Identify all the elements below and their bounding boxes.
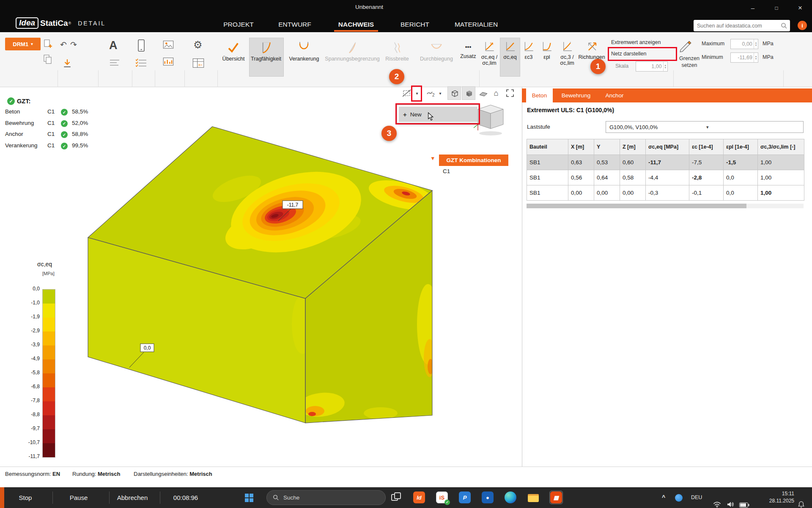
solid-view-button[interactable] xyxy=(462,86,475,100)
menu-nachweis[interactable]: NACHWEIS xyxy=(334,19,378,30)
pause-button[interactable]: Pause xyxy=(61,487,96,508)
table-row[interactable]: SB10,630,530,60-11,7-7,5-1,51,00 xyxy=(527,155,804,170)
workplane-dropdown[interactable]: ▾ xyxy=(436,87,444,99)
column-header[interactable]: Bauteil xyxy=(527,139,568,155)
notification-bell-icon[interactable] xyxy=(798,494,805,508)
netz-darstellen-toggle[interactable]: Netz darstellen xyxy=(611,51,646,57)
combinations-group-label[interactable]: GZT Kombinationen xyxy=(439,155,508,166)
home-view-button[interactable]: ⌂ xyxy=(491,87,502,99)
pencil-icon[interactable] xyxy=(678,40,692,54)
menu-item-new[interactable]: + New xyxy=(399,107,477,122)
display-device-icon[interactable] xyxy=(136,39,146,52)
battery-icon[interactable] xyxy=(739,495,749,508)
menu-entwurf[interactable]: ENTWURF xyxy=(276,19,314,30)
tab-anchor[interactable]: Anchor xyxy=(600,88,629,102)
spinner-icon[interactable]: ▴▾ xyxy=(663,62,667,71)
column-header[interactable]: εpl [1e-4] xyxy=(724,139,758,155)
gear-icon[interactable]: ⚙ xyxy=(193,39,203,51)
sc3-sclim-button[interactable]: σc,3 /σc,lim xyxy=(560,41,574,66)
windows-start-icon[interactable] xyxy=(244,493,254,502)
tray-expand-icon[interactable]: ^ xyxy=(659,487,668,508)
maximize-button[interactable]: □ xyxy=(765,0,788,16)
verankerung-button[interactable]: Verankerung xyxy=(289,41,319,62)
minimum-value-field[interactable] xyxy=(731,55,754,61)
menu-materialien[interactable]: MATERIALIEN xyxy=(451,19,502,30)
extremwert-anzeigen-toggle[interactable]: Extremwert anzeigen xyxy=(611,39,661,45)
dimension-lines-icon[interactable] xyxy=(109,58,120,67)
language-indicator[interactable]: DEU xyxy=(691,487,702,508)
calculation-icon[interactable]: x= xyxy=(192,58,205,69)
idea-statica-app-icon[interactable]: Id xyxy=(412,491,426,504)
spinner-icon[interactable]: ▴▾ xyxy=(754,53,758,62)
blue-p-app-icon[interactable]: P xyxy=(458,491,472,504)
labels-icon[interactable]: A xyxy=(109,39,118,52)
close-button[interactable]: × xyxy=(788,0,812,16)
zoom-fit-button[interactable] xyxy=(504,87,516,99)
workplane-button[interactable]: 2 xyxy=(425,87,436,99)
uebersicht-button[interactable]: Übersicht xyxy=(222,41,245,62)
stop-button[interactable]: Stop xyxy=(8,487,42,508)
minimum-input[interactable]: ▴▾ xyxy=(730,52,758,63)
undo-icon[interactable]: ↶ xyxy=(60,40,67,50)
volume-icon[interactable] xyxy=(727,494,734,508)
edge-browser-icon[interactable] xyxy=(504,491,517,504)
scrollbar-thumb[interactable] xyxy=(527,204,746,208)
maximum-value-field[interactable] xyxy=(731,41,754,47)
image-icon[interactable] xyxy=(162,40,174,50)
minimize-button[interactable]: – xyxy=(741,0,765,16)
laststufe-dropdown[interactable]: G100,0%, V100,0% ▾ xyxy=(606,121,804,133)
zusatz-button[interactable]: ••• Zusatz xyxy=(460,41,476,59)
abort-button[interactable]: Abbrechen xyxy=(113,487,151,508)
task-view-icon[interactable] xyxy=(390,491,403,504)
skala-input[interactable]: ▴▾ xyxy=(636,61,668,72)
maximum-input[interactable]: ▴▾ xyxy=(730,39,758,49)
column-header[interactable]: X [m] xyxy=(568,139,594,155)
column-header[interactable]: σc,3/σc,lim [-] xyxy=(758,139,804,155)
menu-bericht[interactable]: BERICHT xyxy=(398,19,432,30)
import-data-icon[interactable] xyxy=(63,58,72,68)
header-search[interactable] xyxy=(694,20,790,31)
chart-image-icon[interactable] xyxy=(162,57,174,67)
ec3-button[interactable]: εc3 xyxy=(523,41,534,60)
copy-position-icon[interactable] xyxy=(43,54,52,64)
onedrive-icon[interactable] xyxy=(675,494,683,508)
tray-clock[interactable]: 15:11 28.11.2025 xyxy=(769,490,794,505)
spinner-icon[interactable]: ▴▾ xyxy=(754,39,758,49)
tragfaehigkeit-button[interactable]: Tragfähigkeit xyxy=(251,41,281,62)
sceq-sclim-button[interactable]: % σc,eq /σc,lim xyxy=(481,41,497,66)
redo-icon[interactable]: ↷ xyxy=(70,40,77,50)
header-search-input[interactable] xyxy=(694,23,781,29)
grenzen-setzen-button-line2[interactable]: setzen xyxy=(682,62,697,68)
section-plane-button[interactable] xyxy=(401,87,413,99)
combination-item[interactable]: C1 xyxy=(443,168,450,174)
section-plane-dropdown[interactable]: ▾ xyxy=(413,87,421,99)
tab-beton[interactable]: Beton xyxy=(526,88,553,102)
wifi-icon[interactable] xyxy=(713,494,721,508)
table-scrollbar[interactable] xyxy=(527,204,804,208)
info-icon[interactable]: i xyxy=(798,21,807,30)
taskbar-search[interactable]: Suche xyxy=(266,490,386,505)
flat-view-button[interactable] xyxy=(478,87,489,99)
idea-detail-app-icon[interactable]: ▦ xyxy=(549,491,563,504)
menu-projekt[interactable]: PROJEKT xyxy=(222,19,255,30)
display-options-icon[interactable] xyxy=(135,58,147,68)
skala-value-field[interactable] xyxy=(636,64,663,69)
sceq-button[interactable]: σc,eq xyxy=(503,41,516,60)
file-explorer-icon[interactable] xyxy=(527,491,540,504)
idea-launcher-app-icon[interactable]: iS✓ xyxy=(435,491,449,504)
project-position-dropdown[interactable]: DRM1▾ xyxy=(5,38,41,50)
grenzen-setzen-button[interactable]: Grenzen xyxy=(679,55,700,61)
epl-button[interactable]: εpl xyxy=(541,41,552,60)
column-header[interactable]: εc [1e-4] xyxy=(689,139,724,155)
richtungen-button[interactable]: Richtungen xyxy=(578,41,605,60)
wireframe-view-button[interactable] xyxy=(447,86,461,100)
column-header[interactable]: σc,eq [MPa] xyxy=(646,139,689,155)
column-header[interactable]: Z [m] xyxy=(620,139,646,155)
column-header[interactable]: Y xyxy=(594,139,620,155)
add-position-icon[interactable] xyxy=(43,39,52,49)
navigation-cube[interactable] xyxy=(473,102,508,138)
table-row[interactable]: SB10,560,640,58-4,4-2,80,01,00 xyxy=(527,170,804,185)
blue-app-icon[interactable]: ● xyxy=(481,491,494,504)
chevron-down-icon[interactable]: ▾ xyxy=(431,155,434,161)
tab-bewehrung[interactable]: Bewehrung xyxy=(553,88,599,102)
